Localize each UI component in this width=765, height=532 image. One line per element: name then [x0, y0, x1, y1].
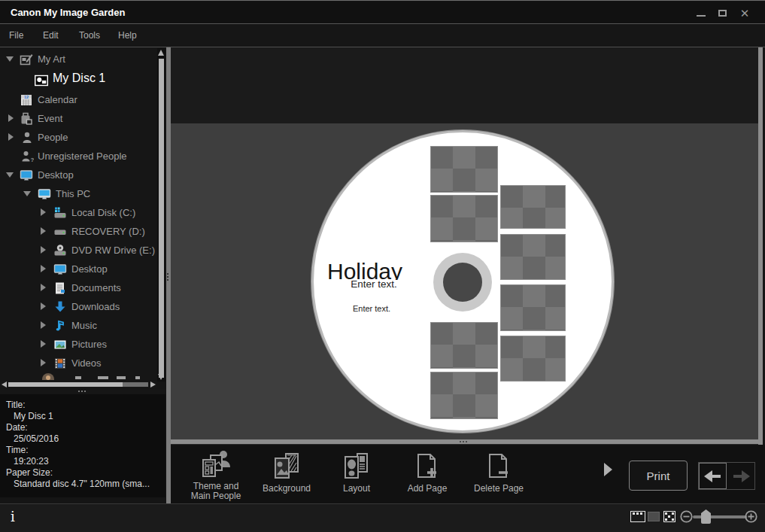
photo-placeholder[interactable] [500, 234, 566, 280]
zoom-in-icon[interactable] [745, 510, 757, 523]
info-icon[interactable]: i [11, 509, 15, 524]
print-button-label: Print [647, 470, 670, 482]
sidebar-item-desktop[interactable]: Desktop [0, 166, 157, 184]
info-paper-size-label: Paper Size: [6, 467, 165, 479]
zoom-out-icon[interactable] [680, 510, 693, 523]
sidebar-item-pictures[interactable]: Pictures [0, 336, 157, 354]
scroll-up-icon[interactable] [158, 50, 164, 56]
expand-icon[interactable] [41, 340, 46, 348]
text-placeholder-2[interactable]: Enter text. [321, 304, 422, 313]
canvas-vertical-scrollbar[interactable] [758, 47, 763, 445]
toolbar-button-label: Layout [343, 484, 370, 494]
expand-icon[interactable] [41, 284, 46, 291]
minimize-icon [697, 15, 706, 17]
delete-page-button[interactable]: Delete Page [464, 448, 533, 501]
tree-info-splitter[interactable] [0, 389, 166, 394]
sidebar-item-people[interactable]: People [0, 129, 157, 147]
toolbar-expand-icon[interactable] [604, 463, 612, 476]
info-title-value: My Disc 1 [6, 411, 165, 422]
sidebar-item-my-art[interactable]: My Art [0, 50, 157, 68]
unregistered-people-icon: ? [20, 150, 34, 163]
zoom-slider[interactable] [693, 515, 747, 518]
sidebar-item-this-pc[interactable]: This PC [0, 185, 157, 203]
photo-placeholder[interactable] [430, 146, 498, 193]
tree-item-partially-hidden[interactable] [0, 371, 157, 380]
expand-icon[interactable] [41, 227, 46, 235]
photo-placeholder[interactable] [430, 372, 498, 419]
sidebar-item-event[interactable]: Event [0, 110, 157, 128]
photo-placeholder[interactable] [500, 284, 566, 331]
dvd-drive-icon [53, 244, 67, 257]
collapse-icon[interactable] [6, 172, 14, 178]
menu-edit[interactable]: Edit [43, 30, 59, 41]
expand-icon[interactable] [41, 359, 46, 366]
sidebar-item-label: RECOVERY (D:) [71, 226, 145, 237]
collapse-icon[interactable] [6, 56, 14, 62]
expand-icon[interactable] [41, 265, 46, 272]
event-icon [20, 112, 33, 126]
zoom-slider-thumb[interactable] [701, 509, 711, 524]
sidebar-vertical-scrollbar[interactable] [157, 48, 165, 382]
sidebar-tree: My Art My Disc 1 12 Calendar [0, 48, 157, 380]
theme-main-people-button[interactable]: Theme and Main People [181, 448, 250, 501]
toolbar-button-label: Main People [191, 491, 241, 501]
expand-icon[interactable] [41, 246, 46, 254]
sidebar-item-videos[interactable]: Videos [0, 354, 157, 372]
maximize-button[interactable] [712, 2, 732, 24]
sidebar-item-music[interactable]: Music [0, 317, 157, 335]
sidebar-item-local-disk-c[interactable]: Local Disk (C:) [0, 204, 157, 222]
scrollbar-thumb[interactable] [159, 59, 164, 378]
sidebar-item-documents[interactable]: Documents [0, 279, 157, 297]
menu-tools[interactable]: Tools [79, 30, 100, 41]
photo-placeholder[interactable] [430, 322, 498, 369]
menu-file[interactable]: File [9, 30, 23, 41]
sidebar-horizontal-scrollbar[interactable] [0, 381, 157, 388]
scroll-down-icon[interactable] [158, 374, 164, 380]
sidebar-item-recovery-d[interactable]: RECOVERY (D:) [0, 223, 157, 241]
sidebar-item-downloads[interactable]: Downloads [0, 298, 157, 316]
my-disc-icon [35, 74, 48, 87]
fit-window-icon[interactable] [663, 511, 675, 522]
text-placeholder-1[interactable]: Enter text. [321, 278, 427, 290]
sidebar-item-label: Music [71, 320, 97, 331]
layout-icon [342, 451, 372, 482]
sidebar-item-my-disc-1[interactable]: My Disc 1 [0, 70, 157, 88]
thumbnails-view-icon[interactable] [630, 511, 645, 522]
minimize-button[interactable] [691, 2, 711, 24]
sidebar-item-unregistered-people[interactable]: ? Unregistered People [0, 147, 157, 166]
scrollbar-thumb[interactable] [8, 382, 123, 387]
add-page-button[interactable]: Add Page [393, 448, 462, 501]
sidebar-item-label: Local Disk (C:) [71, 207, 135, 218]
sidebar-item-label: Desktop [71, 263, 108, 275]
canvas-toolbar-splitter[interactable] [171, 439, 763, 445]
photo-placeholder[interactable] [500, 185, 566, 229]
print-button[interactable]: Print [629, 461, 688, 491]
expand-icon[interactable] [8, 133, 14, 141]
next-page-button[interactable] [727, 463, 754, 489]
sidebar-item-desktop-folder[interactable]: Desktop [0, 260, 157, 278]
scroll-right-icon[interactable] [150, 382, 156, 388]
user-avatar-icon [41, 372, 55, 380]
info-date-value: 25/05/2016 [6, 433, 165, 445]
previous-page-button[interactable] [699, 463, 727, 489]
scroll-left-icon[interactable] [2, 382, 7, 388]
photo-placeholder[interactable] [500, 336, 566, 382]
photo-placeholder[interactable] [430, 195, 498, 242]
sidebar-item-label: DVD RW Drive (E:) [71, 245, 155, 256]
menu-help[interactable]: Help [118, 30, 137, 41]
sidebar-item-dvd-drive-e[interactable]: DVD RW Drive (E:) [0, 242, 157, 260]
single-view-icon[interactable] [648, 512, 660, 521]
background-button[interactable]: Background [252, 448, 321, 501]
close-button[interactable]: ✕ [735, 2, 754, 24]
expand-icon[interactable] [41, 321, 46, 329]
layout-button[interactable]: Layout [322, 448, 391, 501]
expand-icon[interactable] [8, 114, 14, 122]
sidebar-item-calendar[interactable]: 12 Calendar [0, 91, 157, 109]
collapse-icon[interactable] [23, 191, 31, 196]
disc-title-textbox[interactable]: Holiday [327, 260, 416, 280]
sidebar-item-label: Videos [71, 357, 102, 369]
toolbar-button-label: Add Page [408, 484, 448, 494]
expand-icon[interactable] [41, 208, 46, 216]
design-canvas[interactable]: Holiday Enter text. Enter text. [171, 123, 758, 439]
expand-icon[interactable] [41, 302, 46, 310]
